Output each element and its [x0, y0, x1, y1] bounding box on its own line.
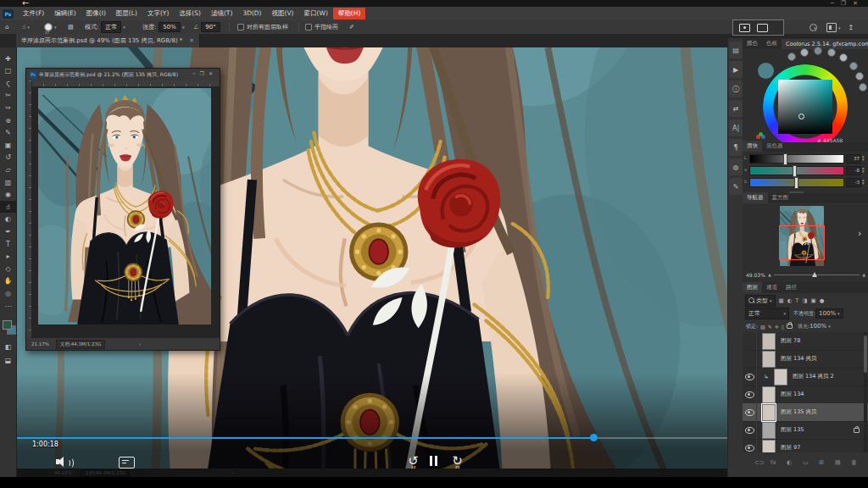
lab-slider-a[interactable]: a-8▴▾: [744, 166, 866, 175]
fw-restore-icon[interactable]: ❐: [200, 70, 209, 76]
menu-item-3[interactable]: 图层(L): [111, 8, 142, 19]
tab-mixer[interactable]: 混色器: [762, 141, 787, 152]
pixel-filter-icon[interactable]: ▦: [779, 297, 784, 304]
tab-swatches[interactable]: 色板: [762, 38, 782, 49]
rgb-mode-icon[interactable]: [756, 132, 766, 141]
shape-filter-icon[interactable]: ◨: [802, 297, 807, 304]
lock-transparency-icon[interactable]: ▨: [760, 324, 765, 330]
tab-histogram[interactable]: 直方图: [768, 192, 793, 203]
saturation-value-square[interactable]: [778, 80, 832, 134]
visibility-toggle[interactable]: [743, 403, 757, 421]
smartobject-filter-icon[interactable]: ▣: [810, 297, 815, 304]
visibility-toggle[interactable]: [743, 368, 757, 385]
layer-row[interactable]: 图层 134 拷贝: [743, 350, 868, 369]
tab-layers[interactable]: 图层: [743, 282, 762, 293]
layer-row[interactable]: 图层 135: [743, 421, 868, 440]
next-chevron-icon[interactable]: ›: [858, 228, 861, 239]
menu-item-5[interactable]: 选择(S): [174, 8, 206, 19]
slider-thumb[interactable]: [794, 177, 798, 189]
shape-tool[interactable]: ◇: [0, 263, 16, 274]
fw-close-icon[interactable]: ✕: [209, 70, 217, 76]
layers-scrollbar[interactable]: [864, 332, 867, 452]
menu-item-6[interactable]: 滤镜(T): [206, 8, 237, 19]
slider-value[interactable]: -3: [846, 178, 861, 187]
layer-thumbnail[interactable]: [762, 404, 776, 421]
tab-navigator[interactable]: 导航器: [743, 192, 768, 203]
tool-preset-icon[interactable]: ☝▾: [22, 20, 30, 34]
foreground-color-swatch[interactable]: [3, 320, 12, 330]
layer-name[interactable]: 图层 135: [781, 426, 804, 434]
brush-preset-picker[interactable]: 17▾: [44, 20, 57, 34]
layer-name[interactable]: 图层 78: [781, 337, 800, 345]
gradient-tool[interactable]: ▥: [0, 176, 16, 188]
layers-footer-icon-6[interactable]: 🗑: [851, 459, 857, 466]
layers-footer-icon-5[interactable]: ▤: [835, 459, 841, 466]
floating-window-titlebar[interactable]: Ps 半厚涂原画示范案例.psd @ 21.2% (图层 135 拷贝, RGB…: [26, 69, 220, 80]
brush-tool[interactable]: ✎: [0, 127, 16, 139]
history-color-dot[interactable]: [855, 72, 864, 80]
navigator-zoom-slider[interactable]: [774, 274, 860, 275]
forward-30-button[interactable]: ↻30: [450, 454, 465, 469]
layer-thumbnail[interactable]: [762, 440, 776, 453]
search-icon[interactable]: [810, 24, 817, 31]
healing-tool[interactable]: ⊕: [0, 114, 16, 126]
strength-select[interactable]: 强度:50%▾: [142, 20, 184, 34]
adjustment-filter-icon[interactable]: ◐: [787, 297, 793, 304]
fill-value[interactable]: 100%▾: [810, 323, 831, 330]
filter-type-select[interactable]: 类型▾: [745, 295, 776, 307]
tab-color[interactable]: 颜色: [743, 38, 762, 49]
tab-sliders[interactable]: 滑块: [743, 141, 762, 152]
workspace-switcher[interactable]: ▾: [826, 23, 841, 32]
pressure-toggle-icon[interactable]: ✐: [349, 20, 354, 34]
paragraph-panel-icon[interactable]: ¶: [729, 139, 743, 156]
quick-mask-icon[interactable]: ◧: [0, 341, 16, 352]
tab-coolorus[interactable]: Coolorus 2.5.14. gfxcamp.com: [782, 39, 868, 49]
menu-item-7[interactable]: 3D(D): [237, 8, 266, 19]
layer-thumbnail[interactable]: [762, 422, 776, 439]
type-tool[interactable]: T: [0, 238, 16, 250]
history-color-dot[interactable]: [849, 62, 858, 70]
layer-name[interactable]: 图层 134 拷贝: [781, 355, 817, 363]
visibility-toggle[interactable]: [743, 350, 757, 368]
crop-tool[interactable]: ✂: [0, 90, 16, 102]
color-marker[interactable]: [798, 114, 804, 119]
blur-tool[interactable]: ◉: [0, 189, 16, 201]
dodge-tool[interactable]: ◐: [0, 214, 16, 225]
zoom-in-icon[interactable]: ▲: [862, 272, 865, 277]
layer-row[interactable]: 图层 78: [743, 332, 868, 351]
zoom-tool[interactable]: ◎: [0, 287, 16, 299]
zoom-value[interactable]: 49.03%: [54, 470, 72, 475]
info-panel-icon[interactable]: ⓘ: [729, 80, 743, 97]
visibility-toggle[interactable]: [743, 439, 757, 452]
clone-stamp-tool[interactable]: ▣: [0, 139, 16, 151]
layers-footer-icon-4[interactable]: ⊞: [819, 459, 824, 466]
menu-item-9[interactable]: 窗口(W): [299, 8, 333, 19]
clone-source-panel-icon[interactable]: ◍: [729, 158, 743, 175]
blend-mode-select[interactable]: 正常▾: [745, 308, 789, 319]
zoom-slider-thumb[interactable]: [812, 272, 817, 277]
visibility-toggle[interactable]: [743, 421, 757, 439]
finger-painting-checkbox[interactable]: 手指绘画: [305, 20, 338, 34]
move-tool[interactable]: ✚: [0, 53, 16, 64]
history-color-dot[interactable]: [839, 53, 848, 62]
lock-paint-icon[interactable]: ✎: [768, 324, 772, 330]
lab-slider-b[interactable]: b-3▴▾: [744, 178, 866, 186]
home-icon[interactable]: ⌂: [5, 20, 8, 34]
menu-item-4[interactable]: 文字(Y): [142, 8, 174, 19]
lock-all-icon[interactable]: [787, 324, 793, 329]
filter-toggle-icon[interactable]: ●: [820, 297, 825, 304]
history-color-dot[interactable]: [859, 83, 867, 92]
layer-row[interactable]: 图层 97: [743, 439, 868, 452]
current-color-swatch[interactable]: [758, 63, 774, 79]
rewind-10-button[interactable]: ↺10: [406, 454, 420, 469]
layer-thumbnail[interactable]: [762, 351, 776, 368]
share-icon[interactable]: ↥: [849, 24, 854, 31]
hand-tool[interactable]: ✋: [0, 275, 16, 287]
navigator-view-rect[interactable]: [779, 225, 825, 260]
menu-item-1[interactable]: 编辑(E): [49, 8, 81, 19]
visibility-toggle[interactable]: [743, 332, 757, 350]
eraser-tool[interactable]: ▱: [0, 164, 16, 175]
pen-tool[interactable]: ✒: [0, 225, 16, 237]
sample-all-layers-checkbox[interactable]: 对所有图层取样: [237, 20, 288, 34]
layer-thumbnail[interactable]: [762, 333, 776, 350]
